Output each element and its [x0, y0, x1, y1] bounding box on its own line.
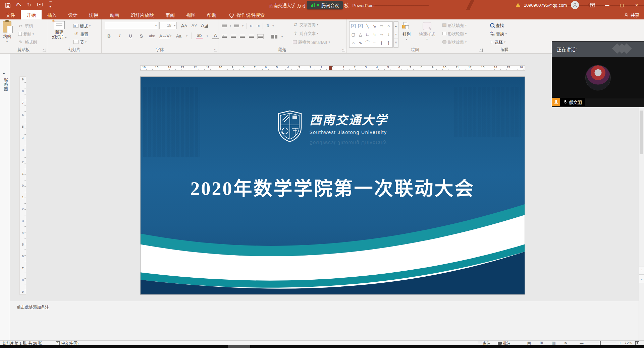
meeting-video-panel[interactable]: 正在讲话: 郝文羽: [552, 41, 644, 107]
tencent-meeting-overlay[interactable]: 腾讯会议: [307, 1, 343, 9]
slide-counter[interactable]: 幻灯片 第 1 张, 共 26 张: [3, 340, 42, 346]
arrow-shape[interactable]: ↘: [373, 24, 376, 28]
notes-placeholder[interactable]: 单击此处添加备注: [17, 305, 49, 310]
expand-thumbnails-icon[interactable]: ▸: [3, 71, 5, 75]
numbering-icon[interactable]: [234, 24, 239, 28]
down-arrow-shape[interactable]: ⇩: [387, 32, 390, 37]
scrollbar-thumb[interactable]: [640, 111, 643, 154]
highlight-color-button[interactable]: ab: [196, 33, 203, 39]
align-right-icon[interactable]: [240, 35, 245, 39]
tab-home[interactable]: 开始: [21, 10, 42, 19]
slide-sorter-view-icon[interactable]: ⊞: [540, 341, 543, 345]
paragraph-dialog-launcher[interactable]: ↘: [342, 49, 345, 52]
arc-shape[interactable]: ⌒: [365, 41, 369, 45]
tell-me-search[interactable]: 操作说明搜索: [229, 10, 265, 19]
layout-button[interactable]: 版式▾: [73, 22, 91, 29]
triangle-shape[interactable]: △: [359, 32, 362, 37]
tab-transitions[interactable]: 切换: [83, 10, 104, 19]
elbow-arrow-connector-shape[interactable]: ↳: [373, 32, 376, 37]
text-shadow-button[interactable]: S: [138, 33, 145, 39]
grow-font-button[interactable]: A˄: [181, 23, 187, 28]
strikethrough-button[interactable]: abc: [149, 34, 155, 38]
right-arrow-shape[interactable]: ⇨: [380, 32, 383, 37]
font-size-combo[interactable]: 18▾: [159, 22, 177, 29]
italic-button[interactable]: I: [116, 33, 123, 39]
zoom-level[interactable]: 72%: [625, 341, 632, 345]
font-name-combo[interactable]: ▾: [105, 22, 158, 29]
paste-button[interactable]: 粘贴 ▾: [3, 21, 11, 43]
share-button[interactable]: 共享: [624, 10, 639, 19]
normal-view-icon[interactable]: ▤: [527, 341, 531, 345]
align-center-icon[interactable]: [231, 35, 236, 39]
line-shape[interactable]: ╲: [366, 24, 369, 28]
notes-pane[interactable]: 单击此处添加备注: [10, 301, 639, 340]
reading-view-icon[interactable]: ▥: [552, 341, 555, 345]
save-icon[interactable]: [5, 2, 11, 8]
tab-file[interactable]: 文件: [0, 10, 21, 19]
slide-canvas[interactable]: 西南交通大学 Southwest Jiaotong University Sou…: [140, 76, 525, 295]
font-color-button[interactable]: A: [212, 33, 219, 39]
minimize-button[interactable]: —: [600, 0, 614, 10]
freeform-shape[interactable]: ⌂: [352, 41, 355, 45]
decrease-indent-icon[interactable]: ⇤: [250, 23, 253, 28]
maximize-button[interactable]: ▢: [614, 0, 629, 10]
notes-toggle-icon[interactable]: [478, 342, 482, 345]
video-feed[interactable]: [552, 57, 644, 98]
arrange-button[interactable]: 排列▾: [402, 22, 411, 41]
tab-review[interactable]: 审阅: [160, 10, 180, 19]
change-case-button[interactable]: Aa: [175, 33, 182, 39]
zoom-slider[interactable]: [587, 343, 616, 343]
tab-insert[interactable]: 插入: [42, 10, 62, 19]
bullets-icon[interactable]: [222, 24, 227, 28]
language-indicator[interactable]: 中文(中国): [61, 340, 78, 346]
avatar[interactable]: [571, 1, 579, 9]
oval-shape[interactable]: ○: [387, 24, 390, 28]
zoom-out-button[interactable]: —: [580, 341, 584, 345]
find-button[interactable]: 查找: [490, 21, 504, 29]
distributed-icon[interactable]: [258, 35, 263, 39]
increase-indent-icon[interactable]: ⇥: [256, 23, 260, 28]
drawing-dialog-launcher[interactable]: ↘: [479, 49, 483, 52]
rectangle-shape[interactable]: ▭: [380, 24, 383, 28]
new-slide-button[interactable]: 新建 幻灯片 ▾: [52, 21, 66, 40]
comments-toggle-icon[interactable]: [498, 342, 502, 345]
start-slideshow-icon[interactable]: [37, 2, 43, 8]
account-email[interactable]: 1090900795@qq.com: [524, 3, 567, 8]
tab-view[interactable]: 视图: [180, 10, 201, 19]
gallery-scroll-up-icon[interactable]: ▲: [394, 22, 398, 30]
warning-icon[interactable]: [516, 3, 521, 7]
select-button[interactable]: 选择▾: [490, 38, 505, 46]
notes-toggle-label[interactable]: 备注: [483, 340, 490, 346]
curve-shape[interactable]: ∼: [373, 41, 376, 45]
fit-slide-to-window-icon[interactable]: [635, 341, 639, 345]
gallery-more-icon[interactable]: ⊽: [394, 39, 398, 47]
reset-button[interactable]: ↺重置: [73, 30, 88, 38]
tab-animations[interactable]: 动画: [104, 10, 125, 19]
replace-button[interactable]: ab⇢ac 替换▾: [490, 30, 507, 37]
tab-design[interactable]: 设计: [62, 10, 83, 19]
shrink-font-button[interactable]: A˅: [191, 23, 198, 28]
next-slide-button[interactable]: ⌄: [639, 275, 644, 283]
elbow-connector-shape[interactable]: ∟: [366, 32, 370, 37]
align-left-icon[interactable]: [222, 35, 227, 39]
scribble-shape[interactable]: ∿: [359, 41, 362, 45]
customize-quick-access-icon[interactable]: ▔▾: [48, 2, 54, 8]
text-box-shape[interactable]: A: [351, 24, 355, 28]
zoom-in-button[interactable]: +: [619, 341, 621, 345]
undo-icon[interactable]: ↶▾: [15, 2, 21, 8]
tab-slideshow[interactable]: 幻灯片放映: [125, 10, 160, 19]
columns-icon[interactable]: [271, 35, 277, 39]
justify-icon[interactable]: [249, 35, 254, 39]
section-button[interactable]: 节▾: [73, 38, 87, 46]
underline-button[interactable]: U: [127, 33, 134, 39]
previous-slide-button[interactable]: ⌃: [639, 267, 644, 275]
line-spacing-icon[interactable]: ⇅: [266, 23, 269, 28]
thumbnails-pane-collapsed[interactable]: ▸ 缩略图: [0, 54, 10, 340]
ribbon-display-options-icon[interactable]: [585, 0, 600, 10]
close-button[interactable]: ✕: [629, 0, 644, 10]
rounded-rectangle-shape[interactable]: ▢: [352, 32, 355, 37]
clipboard-dialog-launcher[interactable]: ↘: [43, 49, 46, 52]
left-brace-shape[interactable]: {: [381, 41, 382, 45]
paste-dropdown-caret[interactable]: ▾: [6, 40, 8, 43]
bold-button[interactable]: B: [106, 33, 112, 39]
